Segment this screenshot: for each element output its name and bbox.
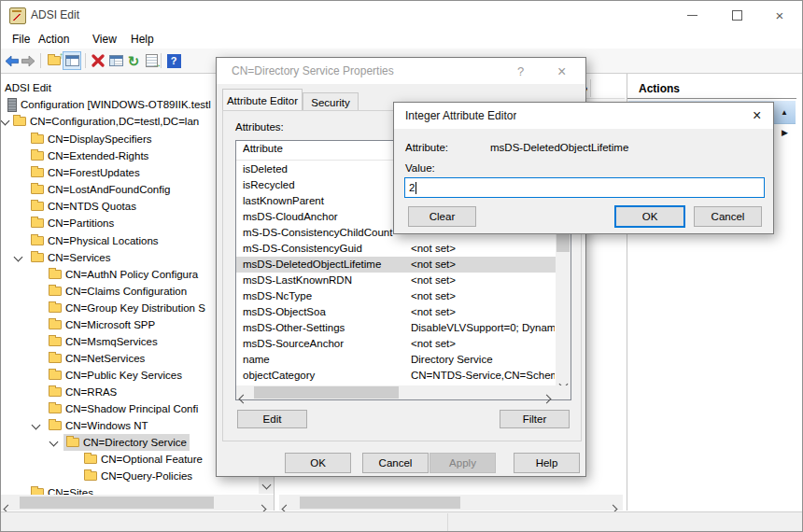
attribute-column-header[interactable]: Attribute bbox=[243, 143, 407, 154]
scroll-right-arrow[interactable] bbox=[543, 389, 550, 406]
folder-icon bbox=[49, 354, 62, 363]
properties-icon[interactable] bbox=[106, 51, 125, 70]
close-icon: × bbox=[776, 8, 784, 22]
show-console-tree-icon[interactable] bbox=[63, 51, 81, 70]
column-divider[interactable] bbox=[590, 79, 591, 97]
delete-icon[interactable] bbox=[89, 51, 107, 70]
folder-icon bbox=[49, 303, 62, 313]
menu-view[interactable]: View bbox=[89, 32, 120, 47]
minimize-button[interactable] bbox=[669, 1, 714, 29]
status-bar-divider bbox=[447, 513, 448, 532]
toolbar-separator bbox=[85, 53, 86, 68]
scroll-thumb[interactable] bbox=[254, 386, 399, 399]
more-actions-arrow-icon[interactable]: ▶ bbox=[782, 128, 788, 137]
close-button[interactable]: × bbox=[757, 1, 802, 29]
chevron-down-icon[interactable] bbox=[1, 117, 9, 126]
refresh-glyph: ↻ bbox=[128, 54, 140, 68]
toolbar-separator bbox=[40, 53, 41, 68]
refresh-icon[interactable]: ↻ bbox=[124, 51, 143, 70]
chevron-down-icon[interactable] bbox=[14, 253, 23, 262]
integer-dialog-titlebar: Integer Attribute Editor × bbox=[394, 103, 773, 129]
attribute-list-horizontal-scrollbar[interactable] bbox=[236, 385, 571, 399]
dialog-close-icon[interactable]: × bbox=[557, 63, 566, 80]
attribute-row[interactable]: msDS-NcType<not set> bbox=[236, 288, 556, 304]
folder-icon bbox=[49, 287, 62, 296]
toolbar-separator bbox=[161, 53, 162, 68]
tree-horizontal-scrollbar[interactable] bbox=[1, 495, 274, 511]
integer-attribute-editor-dialog: Integer Attribute Editor × Attribute: ms… bbox=[393, 102, 774, 234]
forward-icon[interactable] bbox=[19, 51, 37, 70]
attribute-row[interactable]: msDS-ObjectSoa<not set> bbox=[236, 304, 556, 320]
apply-button[interactable]: Apply bbox=[430, 453, 496, 473]
menu-file[interactable]: File bbox=[8, 32, 34, 47]
server-icon bbox=[7, 98, 17, 112]
value-label: Value: bbox=[405, 162, 435, 174]
chevron-down-icon[interactable] bbox=[49, 438, 59, 447]
properties-glyph bbox=[109, 55, 123, 66]
attribute-name: msDS-DeletedObjectLifetime bbox=[490, 142, 628, 153]
question-glyph: ? bbox=[167, 54, 181, 68]
integer-dialog-title: Integer Attribute Editor bbox=[405, 109, 516, 122]
cancel-button[interactable]: Cancel bbox=[362, 453, 429, 473]
window-title: ADSI Edit bbox=[31, 8, 79, 21]
dialog-close-icon[interactable]: × bbox=[753, 107, 761, 124]
maximize-button[interactable] bbox=[714, 1, 759, 29]
folder-icon bbox=[49, 387, 62, 397]
value-input[interactable]: 2 bbox=[404, 177, 765, 198]
folder-icon bbox=[84, 471, 97, 481]
attribute-row[interactable]: objectCategoryCN=NTDS-Service,CN=Schema bbox=[236, 368, 556, 384]
maximize-icon bbox=[732, 10, 742, 21]
minimize-icon bbox=[687, 15, 697, 16]
folder-icon bbox=[49, 371, 62, 380]
dialog-help-icon[interactable]: ? bbox=[517, 64, 524, 78]
collapse-up-icon[interactable]: ▲ bbox=[781, 108, 788, 117]
scroll-thumb[interactable] bbox=[300, 497, 460, 509]
list-horizontal-scrollbar[interactable] bbox=[279, 495, 623, 511]
folder-icon bbox=[49, 421, 62, 430]
folder-icon bbox=[31, 134, 44, 144]
clear-button[interactable]: Clear bbox=[408, 206, 476, 227]
edit-button[interactable]: Edit bbox=[237, 410, 307, 428]
properties-dialog-titlebar: CN=Directory Service Properties ? × bbox=[217, 58, 585, 84]
folder-icon bbox=[13, 117, 26, 126]
scroll-thumb[interactable] bbox=[20, 497, 214, 509]
attribute-row[interactable]: mS-DS-ConsistencyGuid<not set> bbox=[236, 241, 556, 257]
tree-scroll-down-arrow[interactable] bbox=[259, 479, 274, 494]
help-button[interactable]: Help bbox=[514, 453, 580, 473]
folder-icon bbox=[66, 438, 79, 447]
export-list-icon[interactable]: → bbox=[142, 51, 161, 70]
up-one-level-icon[interactable]: ↑ bbox=[45, 51, 63, 70]
chevron-down-icon[interactable] bbox=[32, 421, 41, 430]
ok-button[interactable]: OK bbox=[285, 453, 351, 473]
folder-icon bbox=[31, 253, 44, 262]
folder-icon bbox=[31, 151, 44, 161]
back-icon[interactable] bbox=[2, 51, 21, 70]
scroll-left-arrow[interactable] bbox=[240, 389, 247, 406]
folder-icon bbox=[49, 320, 62, 329]
text-caret bbox=[416, 182, 416, 194]
folder-icon bbox=[31, 202, 44, 211]
menu-help[interactable]: Help bbox=[127, 32, 158, 47]
console-window-glyph bbox=[65, 55, 79, 66]
attribute-row[interactable]: msDS-LastKnownRDN<not set> bbox=[236, 273, 556, 288]
actions-pane-title: Actions bbox=[627, 79, 796, 99]
tab-attribute-editor[interactable]: Attribute Editor bbox=[222, 89, 303, 111]
attribute-row[interactable]: nameDirectory Service bbox=[236, 352, 556, 368]
filter-button[interactable]: Filter bbox=[500, 410, 570, 428]
main-window: ADSI Edit × File Action View Help ↑ bbox=[0, 0, 803, 532]
attribute-row[interactable]: msDS-Other-SettingsDisableVLVSupport=0; … bbox=[236, 320, 556, 336]
tab-security[interactable]: Security bbox=[303, 92, 359, 111]
help-icon[interactable]: ? bbox=[164, 51, 183, 70]
menu-action[interactable]: Action bbox=[35, 32, 73, 47]
folder-icon bbox=[49, 270, 62, 279]
folder-icon bbox=[31, 185, 44, 194]
folder-icon bbox=[84, 455, 97, 464]
attribute-row[interactable]: msDS-SourceAnchor<not set> bbox=[236, 336, 556, 352]
ok-button[interactable]: OK bbox=[614, 205, 685, 228]
cancel-button[interactable]: Cancel bbox=[694, 206, 762, 227]
attribute-label: Attribute: bbox=[405, 142, 448, 153]
attribute-row-selected[interactable]: msDS-DeletedObjectLifetime<not set> bbox=[236, 257, 556, 273]
value-text: 2 bbox=[409, 182, 415, 193]
title-bar: ADSI Edit × bbox=[1, 1, 802, 29]
attributes-label: Attributes: bbox=[235, 121, 284, 133]
